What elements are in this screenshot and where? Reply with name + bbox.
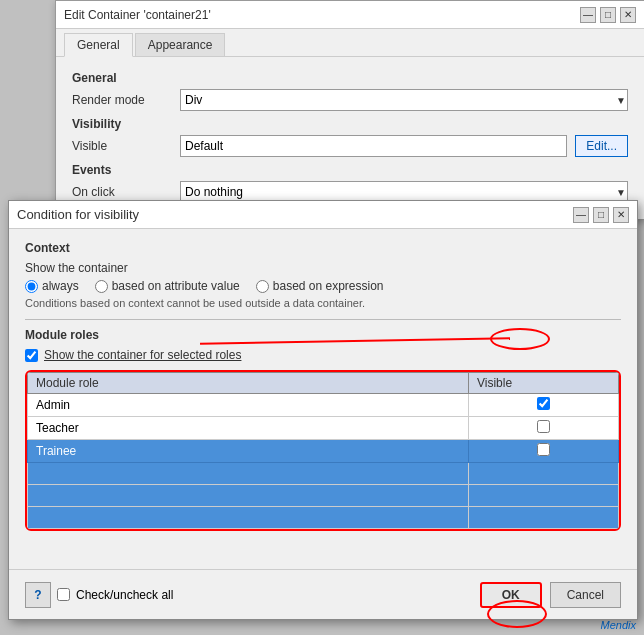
role-name-teacher: Teacher xyxy=(28,417,469,440)
table-header-row: Module role Visible xyxy=(28,373,619,394)
radio-expression[interactable]: based on expression xyxy=(256,279,384,293)
tab-appearance[interactable]: Appearance xyxy=(135,33,226,56)
render-mode-select-wrapper: Div ▼ xyxy=(180,89,628,111)
visibility-section-label: Visibility xyxy=(72,117,628,131)
condition-visibility-dialog: Condition for visibility — □ ✕ Context S… xyxy=(8,200,638,620)
condition-content: Context Show the container always based … xyxy=(9,229,637,567)
visibility-options: always based on attribute value based on… xyxy=(25,279,621,293)
radio-always-input[interactable] xyxy=(25,280,38,293)
dialog-tabs: General Appearance xyxy=(56,29,644,57)
condition-title: Condition for visibility xyxy=(17,207,139,222)
edit-container-titlebar: Edit Container 'container21' — □ ✕ xyxy=(56,1,644,29)
condition-minimize-button[interactable]: — xyxy=(573,207,589,223)
radio-attribute[interactable]: based on attribute value xyxy=(95,279,240,293)
table-wrapper: Module role Visible Admin Teacher xyxy=(25,370,621,531)
dialog-bottom-bar: ? Check/uncheck all OK Cancel xyxy=(9,569,637,619)
role-visible-teacher[interactable] xyxy=(469,417,619,440)
show-selected-roles-checkbox[interactable] xyxy=(25,349,38,362)
check-uncheck-all-label: Check/uncheck all xyxy=(76,588,173,602)
table-red-border: Module role Visible Admin Teacher xyxy=(25,370,621,531)
role-visible-trainee[interactable] xyxy=(469,440,619,463)
minimize-button[interactable]: — xyxy=(580,7,596,23)
maximize-button[interactable]: □ xyxy=(600,7,616,23)
onclick-label: On click xyxy=(72,185,172,199)
condition-maximize-button[interactable]: □ xyxy=(593,207,609,223)
visible-select-wrapper xyxy=(180,135,567,157)
events-section-label: Events xyxy=(72,163,628,177)
condition-titlebar: Condition for visibility — □ ✕ xyxy=(9,201,637,229)
admin-checkbox[interactable] xyxy=(537,397,550,410)
role-name-admin: Admin xyxy=(28,394,469,417)
help-button[interactable]: ? xyxy=(25,582,51,608)
empty-row-2 xyxy=(28,485,619,507)
edit-visible-button[interactable]: Edit... xyxy=(575,135,628,157)
radio-expression-input[interactable] xyxy=(256,280,269,293)
section-divider xyxy=(25,319,621,320)
roles-table: Module role Visible Admin Teacher xyxy=(27,372,619,529)
table-row-selected[interactable]: Trainee xyxy=(28,440,619,463)
visible-row: Visible Edit... xyxy=(72,135,628,157)
teacher-checkbox[interactable] xyxy=(537,420,550,433)
visible-label: Visible xyxy=(72,139,172,153)
radio-always[interactable]: always xyxy=(25,279,79,293)
ok-button[interactable]: OK xyxy=(480,582,542,608)
edit-container-dialog: Edit Container 'container21' — □ ✕ Gener… xyxy=(55,0,644,220)
bottom-right-area: OK Cancel xyxy=(480,582,621,608)
radio-always-label: always xyxy=(42,279,79,293)
general-section-label: General xyxy=(72,71,628,85)
tab-general[interactable]: General xyxy=(64,33,133,57)
mendix-logo: Mendix xyxy=(601,619,636,631)
close-button[interactable]: ✕ xyxy=(620,7,636,23)
empty-row-3 xyxy=(28,507,619,529)
render-mode-label: Render mode xyxy=(72,93,172,107)
table-row[interactable]: Admin xyxy=(28,394,619,417)
titlebar-controls: — □ ✕ xyxy=(580,7,636,23)
bottom-left-area: ? Check/uncheck all xyxy=(25,582,173,608)
question-mark-icon: ? xyxy=(34,588,41,602)
context-label: Context xyxy=(25,241,621,255)
edit-container-title: Edit Container 'container21' xyxy=(64,8,211,22)
show-selected-roles-row: Show the container for selected roles xyxy=(25,348,621,362)
trainee-checkbox[interactable] xyxy=(537,443,550,456)
cancel-button[interactable]: Cancel xyxy=(550,582,621,608)
context-info-text: Conditions based on context cannot be us… xyxy=(25,297,621,309)
render-mode-select[interactable]: Div xyxy=(180,89,628,111)
check-uncheck-all-checkbox[interactable] xyxy=(57,588,70,601)
module-role-header: Module role xyxy=(28,373,469,394)
visible-header: Visible xyxy=(469,373,619,394)
role-visible-admin[interactable] xyxy=(469,394,619,417)
show-selected-roles-label: Show the container for selected roles xyxy=(44,348,241,362)
radio-attribute-label: based on attribute value xyxy=(112,279,240,293)
radio-expression-label: based on expression xyxy=(273,279,384,293)
render-mode-row: Render mode Div ▼ xyxy=(72,89,628,111)
table-row[interactable]: Teacher xyxy=(28,417,619,440)
show-container-label: Show the container xyxy=(25,261,621,275)
condition-close-button[interactable]: ✕ xyxy=(613,207,629,223)
check-uncheck-all-row: Check/uncheck all xyxy=(57,588,173,602)
role-name-trainee: Trainee xyxy=(28,440,469,463)
module-roles-label: Module roles xyxy=(25,328,621,342)
radio-attribute-input[interactable] xyxy=(95,280,108,293)
empty-row-1 xyxy=(28,463,619,485)
visible-input[interactable] xyxy=(180,135,567,157)
condition-titlebar-controls: — □ ✕ xyxy=(573,207,629,223)
dialog-content: General Render mode Div ▼ Visibility Vis… xyxy=(56,57,644,215)
